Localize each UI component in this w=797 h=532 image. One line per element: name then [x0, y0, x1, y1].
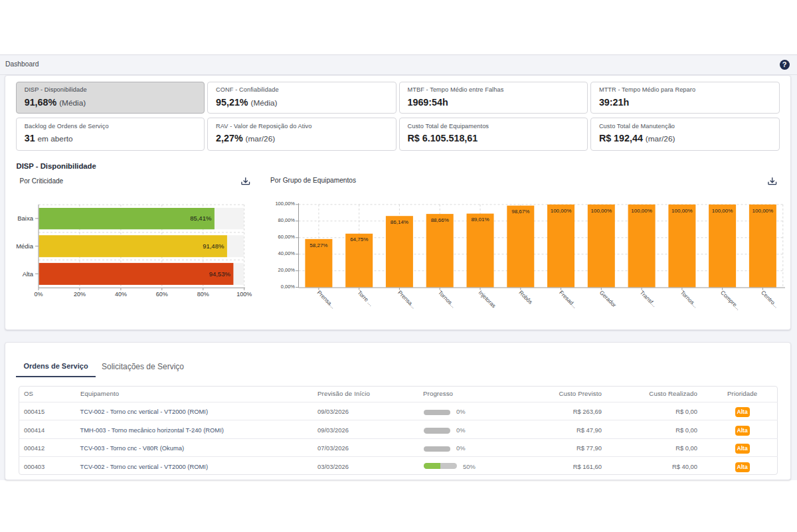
- svg-text:Baixa: Baixa: [17, 215, 33, 222]
- svg-text:80,00%: 80,00%: [278, 217, 296, 223]
- svg-text:Centro...: Centro...: [760, 289, 780, 309]
- svg-text:100,00%: 100,00%: [753, 208, 774, 214]
- svg-text:Média: Média: [16, 242, 34, 250]
- svg-text:0%: 0%: [34, 291, 43, 298]
- svg-text:100,00%: 100,00%: [631, 208, 652, 214]
- svg-text:Robôs: Robôs: [517, 289, 533, 305]
- svg-text:40%: 40%: [115, 291, 127, 298]
- svg-text:60,00%: 60,00%: [278, 234, 296, 240]
- svg-text:98,67%: 98,67%: [511, 209, 529, 215]
- svg-text:Compre...: Compre...: [719, 289, 741, 311]
- svg-text:Prensa...: Prensa...: [397, 289, 417, 310]
- svg-text:86,14%: 86,14%: [391, 219, 408, 225]
- svg-text:Prensa...: Prensa...: [315, 289, 336, 310]
- svg-text:20%: 20%: [74, 291, 86, 298]
- svg-text:Gerador: Gerador: [598, 289, 618, 308]
- svg-text:58,27%: 58,27%: [310, 242, 327, 248]
- svg-text:88,66%: 88,66%: [431, 217, 449, 223]
- svg-text:100,00%: 100,00%: [551, 208, 572, 214]
- svg-text:Alta: Alta: [23, 270, 34, 278]
- svg-text:89,01%: 89,01%: [471, 217, 489, 222]
- svg-text:20,00%: 20,00%: [278, 267, 296, 273]
- svg-text:100,00%: 100,00%: [591, 208, 612, 214]
- svg-text:64,75%: 64,75%: [350, 236, 368, 242]
- svg-text:Transf...: Transf...: [639, 289, 658, 308]
- svg-text:100%: 100%: [236, 291, 252, 298]
- svg-text:100,00%: 100,00%: [275, 201, 295, 207]
- svg-text:94,53%: 94,53%: [209, 270, 231, 278]
- svg-text:100,00%: 100,00%: [712, 208, 733, 214]
- svg-text:100,00%: 100,00%: [671, 208, 693, 214]
- svg-text:Torre ...: Torre ...: [356, 289, 374, 307]
- svg-text:80%: 80%: [197, 291, 209, 298]
- svg-text:Injetoras: Injetoras: [478, 289, 497, 309]
- svg-text:60%: 60%: [156, 291, 168, 298]
- svg-text:91,48%: 91,48%: [203, 242, 224, 250]
- svg-text:Tornos...: Tornos...: [679, 289, 699, 309]
- svg-text:Tornos...: Tornos...: [437, 289, 457, 309]
- svg-text:85,41%: 85,41%: [190, 215, 212, 222]
- svg-text:40,00%: 40,00%: [278, 250, 296, 256]
- svg-text:Fresad...: Fresad...: [558, 289, 578, 310]
- svg-text:0,00%: 0,00%: [281, 284, 296, 290]
